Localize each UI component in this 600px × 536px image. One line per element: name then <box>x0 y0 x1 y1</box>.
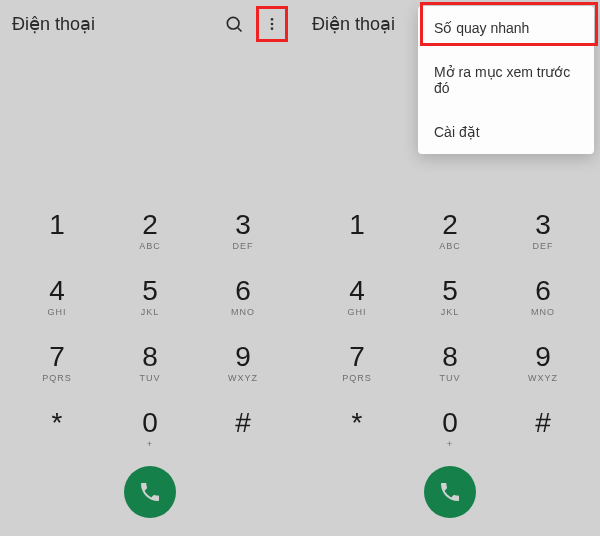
key-7[interactable]: 7PQRS <box>318 334 396 392</box>
dialpad: 1 2ABC 3DEF 4GHI 5JKL 6MNO 7PQRS 8TUV 9W… <box>0 202 300 536</box>
key-9[interactable]: 9WXYZ <box>204 334 282 392</box>
menu-settings[interactable]: Cài đặt <box>418 110 594 154</box>
key-1[interactable]: 1 <box>318 202 396 260</box>
key-star[interactable]: * <box>318 400 396 458</box>
key-2[interactable]: 2ABC <box>411 202 489 260</box>
svg-line-1 <box>238 28 242 32</box>
key-0[interactable]: 0+ <box>111 400 189 458</box>
call-button[interactable] <box>124 466 176 518</box>
key-4[interactable]: 4GHI <box>18 268 96 326</box>
more-vertical-icon <box>264 16 280 32</box>
key-star[interactable]: * <box>18 400 96 458</box>
phone-screen-right: Điện thoại 1 2ABC 3DEF 4GHI 5JKL 6MNO 7P… <box>300 0 600 536</box>
key-1[interactable]: 1 <box>18 202 96 260</box>
key-9[interactable]: 9WXYZ <box>504 334 582 392</box>
key-hash[interactable]: # <box>504 400 582 458</box>
key-hash[interactable]: # <box>204 400 282 458</box>
search-button[interactable] <box>220 10 248 38</box>
phone-screen-left: Điện thoại 1 2ABC 3DEF 4GHI 5JKL 6MNO 7P… <box>0 0 300 536</box>
key-5[interactable]: 5JKL <box>411 268 489 326</box>
phone-icon <box>438 480 462 504</box>
header: Điện thoại <box>0 0 300 48</box>
svg-point-2 <box>271 18 274 21</box>
svg-point-4 <box>271 27 274 30</box>
key-0[interactable]: 0+ <box>411 400 489 458</box>
key-6[interactable]: 6MNO <box>204 268 282 326</box>
key-5[interactable]: 5JKL <box>111 268 189 326</box>
svg-point-3 <box>271 23 274 26</box>
key-8[interactable]: 8TUV <box>411 334 489 392</box>
content-area <box>0 48 300 202</box>
search-icon <box>224 14 244 34</box>
key-3[interactable]: 3DEF <box>204 202 282 260</box>
svg-point-0 <box>227 17 239 29</box>
key-6[interactable]: 6MNO <box>504 268 582 326</box>
key-8[interactable]: 8TUV <box>111 334 189 392</box>
dialpad: 1 2ABC 3DEF 4GHI 5JKL 6MNO 7PQRS 8TUV 9W… <box>300 202 600 536</box>
page-title: Điện thoại <box>12 13 212 35</box>
menu-open-previous[interactable]: Mở ra mục xem trước đó <box>418 50 594 110</box>
phone-icon <box>138 480 162 504</box>
call-button[interactable] <box>424 466 476 518</box>
key-7[interactable]: 7PQRS <box>18 334 96 392</box>
more-options-button[interactable] <box>256 6 288 42</box>
key-2[interactable]: 2ABC <box>111 202 189 260</box>
options-menu: Số quay nhanh Mở ra mục xem trước đó Cài… <box>418 6 594 154</box>
key-4[interactable]: 4GHI <box>318 268 396 326</box>
key-3[interactable]: 3DEF <box>504 202 582 260</box>
menu-speed-dial[interactable]: Số quay nhanh <box>418 6 594 50</box>
